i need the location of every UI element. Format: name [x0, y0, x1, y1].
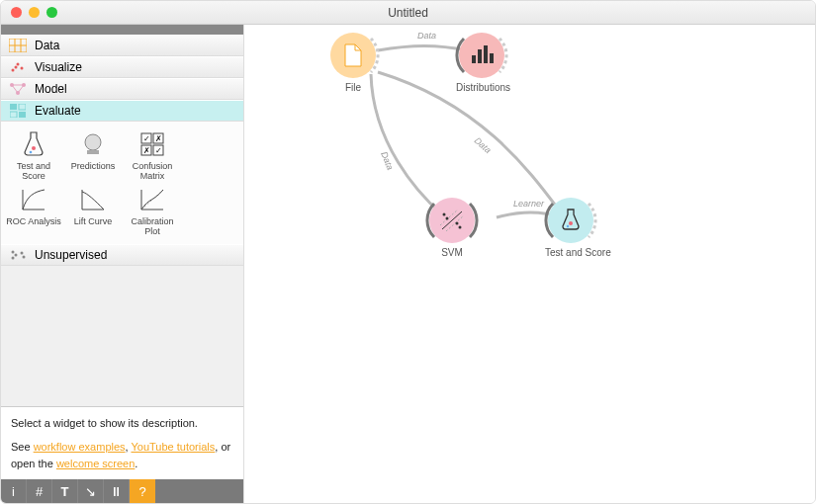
pause-icon: ⏸	[110, 484, 123, 499]
description-line2: See workflow examples, YouTube tutorials…	[11, 439, 233, 471]
canvas-wires: Data Data Data Learner	[244, 25, 815, 503]
svg-text:✓: ✓	[155, 146, 162, 155]
crystal-icon	[74, 129, 112, 159]
node-file[interactable]: File	[327, 33, 379, 93]
svg-rect-21	[87, 150, 99, 154]
hash-icon: #	[36, 484, 43, 499]
svg-point-20	[85, 134, 101, 150]
link-file-dist[interactable]	[378, 46, 467, 51]
node-label: Test and Score	[545, 247, 596, 258]
help-icon: ?	[138, 484, 145, 499]
svg-point-4	[12, 69, 15, 72]
category-data[interactable]: Data	[1, 35, 243, 56]
window-controls	[11, 7, 57, 18]
svg-point-33	[12, 257, 15, 260]
info-button[interactable]: i	[1, 479, 27, 503]
widget-confusion-matrix[interactable]: ✓✗✗✓ Confusion Matrix	[124, 129, 181, 181]
link-welcome-screen[interactable]: welcome screen	[56, 458, 135, 469]
close-window-button[interactable]	[11, 7, 22, 18]
bottom-toolbar: i # T ↘ ⏸ ?	[1, 479, 243, 503]
node-test-and-score[interactable]: Test and Score	[545, 198, 596, 258]
svg-point-18	[32, 146, 36, 150]
widget-label: Test and Score	[17, 161, 50, 181]
help-button[interactable]: ?	[130, 479, 155, 503]
category-unsupervised[interactable]: Unsupervised	[1, 244, 243, 266]
info-icon: i	[12, 484, 15, 499]
widget-label: Confusion Matrix	[133, 161, 173, 181]
link-label: Data	[473, 135, 494, 155]
node-label: SVM	[426, 247, 478, 258]
node-label: Distributions	[456, 82, 507, 93]
svg-line-13	[18, 85, 24, 93]
canvas[interactable]: Data Data Data Learner File	[244, 25, 815, 503]
roc-icon	[15, 185, 52, 214]
scatter-icon	[7, 58, 29, 76]
titlebar: Untitled	[1, 1, 815, 25]
category-model[interactable]: Model	[1, 78, 243, 100]
category-label: Data	[35, 39, 59, 52]
network-icon	[7, 80, 29, 98]
category-label: Visualize	[35, 60, 82, 74]
link-file-test[interactable]	[378, 72, 561, 212]
matrix-icon	[7, 102, 29, 120]
svg-point-35	[23, 256, 26, 259]
widget-lift-curve[interactable]: Lift Curve	[64, 185, 122, 236]
zoom-window-button[interactable]	[46, 7, 57, 18]
widget-label: Lift Curve	[74, 216, 113, 226]
text-icon: T	[61, 484, 69, 499]
pause-button[interactable]: ⏸	[104, 479, 130, 503]
widget-label: Calibration Plot	[131, 216, 173, 236]
svg-point-6	[21, 67, 24, 70]
node-label: File	[327, 82, 379, 93]
svg-rect-16	[10, 112, 17, 118]
text-button[interactable]: T	[52, 479, 78, 503]
link-label: Data	[417, 31, 436, 41]
category-evaluate[interactable]: Evaluate	[1, 100, 243, 122]
widget-predictions[interactable]: Predictions	[64, 129, 122, 181]
matrix-icon: ✓✗✗✓	[134, 129, 171, 159]
link-label: Learner	[513, 199, 545, 209]
widget-label: ROC Analysis	[6, 216, 61, 226]
widget-label: Predictions	[71, 161, 116, 171]
node-distributions[interactable]: Distributions	[456, 33, 507, 93]
svg-line-12	[12, 85, 18, 93]
svg-point-7	[15, 66, 18, 69]
description-line1: Select a widget to show its description.	[11, 415, 233, 432]
lift-icon	[74, 185, 112, 214]
category-label: Evaluate	[35, 104, 81, 118]
category-visualize[interactable]: Visualize	[1, 56, 243, 78]
description-panel: Select a widget to show its description.…	[1, 406, 243, 480]
widget-calibration-plot[interactable]: Calibration Plot	[124, 185, 181, 236]
category-label: Unsupervised	[35, 248, 107, 262]
grid-button[interactable]: #	[27, 479, 52, 503]
svg-point-19	[30, 151, 33, 154]
svg-text:✗: ✗	[143, 146, 150, 155]
svg-point-34	[21, 252, 24, 255]
category-label: Model	[35, 82, 67, 96]
flask-icon	[15, 129, 52, 159]
widget-roc-analysis[interactable]: ROC Analysis	[5, 185, 62, 236]
svg-point-32	[15, 254, 18, 257]
sidebar: Data Visualize Model Evaluate	[1, 25, 244, 503]
link-workflow-examples[interactable]: workflow examples	[34, 441, 126, 453]
svg-rect-17	[19, 112, 26, 118]
link-youtube-tutorials[interactable]: YouTube tutorials	[131, 441, 215, 453]
grid-icon	[7, 37, 29, 54]
arrow-icon: ↘	[85, 484, 96, 499]
svg-point-5	[17, 63, 20, 66]
node-svm[interactable]: SVM	[426, 198, 478, 258]
svg-text:✗: ✗	[155, 134, 162, 143]
svg-text:✓: ✓	[143, 134, 150, 143]
window-title: Untitled	[388, 6, 428, 20]
svg-rect-15	[19, 104, 26, 110]
calib-icon	[134, 185, 171, 214]
evaluate-widget-panel: Test and Score Predictions ✓✗✗✓ Confusio…	[1, 122, 243, 244]
svg-rect-14	[10, 104, 17, 110]
cluster-icon	[7, 246, 29, 264]
minimize-window-button[interactable]	[29, 7, 40, 18]
sidebar-handle[interactable]	[1, 25, 243, 35]
widget-test-and-score[interactable]: Test and Score	[5, 129, 62, 181]
arrow-button[interactable]: ↘	[78, 479, 104, 503]
svg-point-31	[12, 251, 15, 254]
